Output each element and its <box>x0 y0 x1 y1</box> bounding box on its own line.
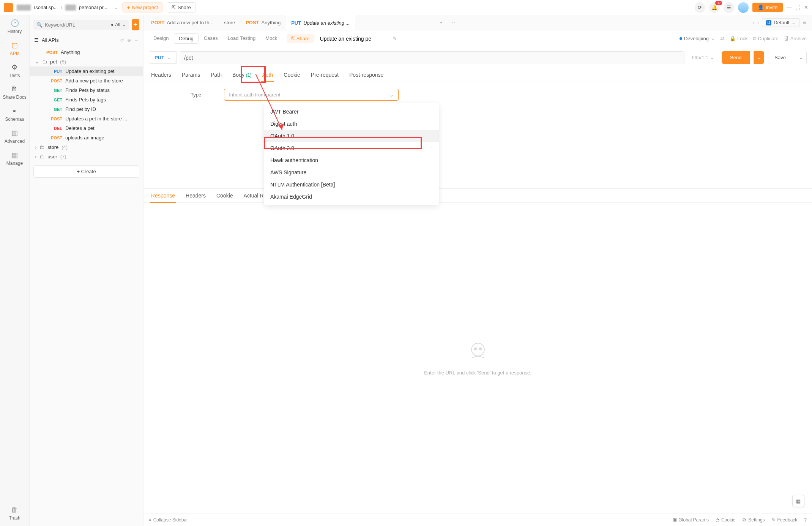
save-dropdown[interactable]: ⌄ <box>796 51 807 64</box>
tree-item[interactable]: DELDeletes a pet <box>30 123 143 133</box>
auth-option[interactable]: JWT Bearer <box>264 106 439 118</box>
notes-icon[interactable]: ☰ <box>724 2 734 13</box>
tree-item[interactable]: GETFinds Pets by status <box>30 85 143 95</box>
environment-selector[interactable]: DDefault⌄ <box>762 18 800 27</box>
breadcrumb[interactable]: ████ rsonal sp... / ███ personal pr... ⌄ <box>17 5 118 10</box>
tab-more-button[interactable]: ⋯ <box>446 20 459 25</box>
breadcrumb-project[interactable]: personal pr... <box>79 5 107 10</box>
ptab-path[interactable]: Path <box>210 68 222 82</box>
invite-button[interactable]: 👤Invite <box>752 3 783 12</box>
mode-load[interactable]: Load Testing <box>223 33 260 44</box>
tab-nav-prev[interactable]: ‹ <box>753 20 754 25</box>
search-input[interactable] <box>45 22 109 28</box>
tree-item[interactable]: GETFind pet by ID <box>30 104 143 114</box>
ptab-postresp[interactable]: Post-response <box>348 68 384 82</box>
search-input-wrapper[interactable]: 🔍 ● All ⌄ <box>33 20 129 30</box>
url-input[interactable] <box>180 51 684 64</box>
help-button[interactable]: ? <box>804 517 807 523</box>
arrow-icon[interactable]: → <box>134 38 139 43</box>
locate-icon[interactable]: ⊕ <box>127 38 131 43</box>
edit-name-icon[interactable]: ✎ <box>393 36 397 41</box>
ptab-prereq[interactable]: Pre-request <box>310 68 339 82</box>
api-name-input[interactable] <box>319 35 387 43</box>
mode-design[interactable]: Design <box>149 33 173 44</box>
create-button[interactable]: + Create <box>33 165 139 178</box>
close-icon[interactable]: ✕ <box>804 5 808 10</box>
save-button[interactable]: Save <box>768 51 792 64</box>
global-params-button[interactable]: ▣Global Params <box>673 517 709 523</box>
auth-option[interactable]: OAuth 1.0 <box>264 130 439 142</box>
rail-trash[interactable]: 🗑Trash <box>9 506 20 521</box>
auth-option[interactable]: AWS Signature <box>264 166 439 178</box>
tree-item-anything[interactable]: POST Anything <box>30 47 143 57</box>
ptab-cookie[interactable]: Cookie <box>283 68 301 82</box>
archive-button[interactable]: 🗄Archive <box>784 36 807 41</box>
request-tab[interactable]: PUT Update an existing ... <box>286 15 355 30</box>
lock-button[interactable]: 🔒Lock <box>730 36 747 41</box>
ptab-params[interactable]: Params <box>181 68 201 82</box>
protocol-selector[interactable]: http/1.1 ⌄ <box>688 55 718 60</box>
avatar[interactable] <box>738 2 749 13</box>
feedback-button[interactable]: ✎Feedback <box>772 517 798 523</box>
refresh-icon[interactable]: ⟳ <box>120 38 124 43</box>
ptab-auth[interactable]: Auth <box>261 68 274 82</box>
list-icon: ☰ <box>34 37 39 43</box>
send-dropdown[interactable]: ⌄ <box>754 51 764 64</box>
minimize-icon[interactable]: — <box>787 5 792 10</box>
breadcrumb-space[interactable]: rsonal sp... <box>34 5 58 10</box>
layout-icon[interactable]: ⇄ <box>720 36 724 41</box>
bell-icon[interactable]: 🔔32 <box>709 2 720 13</box>
request-tab[interactable]: store <box>219 15 240 30</box>
tree-folder-pet[interactable]: ⌄ 🗀 pet (8) <box>30 57 143 66</box>
sync-icon[interactable]: ⟳ <box>695 2 705 13</box>
auth-option[interactable]: Hawk authentication <box>264 154 439 166</box>
tree-folder-store[interactable]: › 🗀 store (4) <box>30 142 143 152</box>
rtab-cookie[interactable]: Cookie <box>216 189 234 202</box>
ptab-headers[interactable]: Headers <box>150 68 172 82</box>
tab-add-button[interactable]: + <box>436 20 446 25</box>
duplicate-button[interactable]: ⧉Duplicate <box>753 36 778 42</box>
auth-option[interactable]: OAuth 2.0 <box>264 142 439 154</box>
tree-item[interactable]: PUTUpdate an existing pet <box>30 66 143 76</box>
request-tab[interactable]: POST Add a new pet to th... <box>146 15 219 30</box>
add-button[interactable]: + <box>132 19 139 30</box>
rail-manage[interactable]: ▦Manage <box>6 151 23 166</box>
all-apis-header[interactable]: ☰ All APIs ⟳ ⊕ → <box>30 34 143 46</box>
auth-option[interactable]: NTLM Authentication [Beta] <box>264 178 439 191</box>
auth-option[interactable]: Akamai EdgeGrid <box>264 191 439 203</box>
tree-item[interactable]: POSTUpdates a pet in the store ... <box>30 114 143 123</box>
collapse-sidebar-button[interactable]: « Collapse Sidebar <box>149 517 188 523</box>
tree-item[interactable]: POSTAdd a new pet to the store <box>30 76 143 85</box>
rail-apis[interactable]: ▢APIs <box>10 41 19 56</box>
ptab-body[interactable]: Body (1) <box>232 68 252 82</box>
env-settings-icon[interactable]: ≡ <box>803 20 806 25</box>
share-top-button[interactable]: ⇱Share <box>167 2 196 13</box>
auth-option[interactable]: Digest auth <box>264 118 439 130</box>
rail-schemas[interactable]: ⚭Schemas <box>5 107 24 122</box>
rail-advanced[interactable]: ▥Advanced <box>5 129 25 144</box>
mode-mock[interactable]: Mock <box>261 33 282 44</box>
auth-type-select[interactable]: Inherit auth from parent ⌄ <box>224 89 399 101</box>
tree-folder-user[interactable]: › 🗀 user (7) <box>30 152 143 161</box>
rail-sharedocs[interactable]: 🗎Share Docs <box>3 85 27 100</box>
layout-toggle-button[interactable]: ▦ <box>792 495 804 507</box>
search-scope-all[interactable]: ● All ⌄ <box>111 22 126 27</box>
maximize-icon[interactable]: ⛶ <box>795 5 800 10</box>
mode-cases[interactable]: Cases <box>199 33 222 44</box>
send-button[interactable]: Send <box>722 51 750 64</box>
rtab-headers[interactable]: Headers <box>185 189 207 202</box>
settings-button[interactable]: ⚙Settings <box>742 517 765 523</box>
method-selector[interactable]: PUT⌄ <box>149 51 177 64</box>
tree-item[interactable]: GETFinds Pets by tags <box>30 95 143 104</box>
tab-nav-next[interactable]: › <box>757 20 759 25</box>
api-status-selector[interactable]: Developing ⌄ <box>680 36 715 41</box>
mode-debug[interactable]: Debug <box>174 33 198 44</box>
cookie-button[interactable]: ◔Cookie <box>716 517 735 523</box>
request-tab[interactable]: POST Anything <box>240 15 286 30</box>
rtab-response[interactable]: Response <box>150 189 176 202</box>
rail-history[interactable]: 🕑History <box>8 19 22 34</box>
tree-item[interactable]: POSTuploads an image <box>30 133 143 142</box>
share-api-button[interactable]: ⇱ Share <box>287 34 313 43</box>
new-project-button[interactable]: +New project <box>122 2 163 13</box>
rail-tests[interactable]: ⚙Tests <box>9 63 20 78</box>
